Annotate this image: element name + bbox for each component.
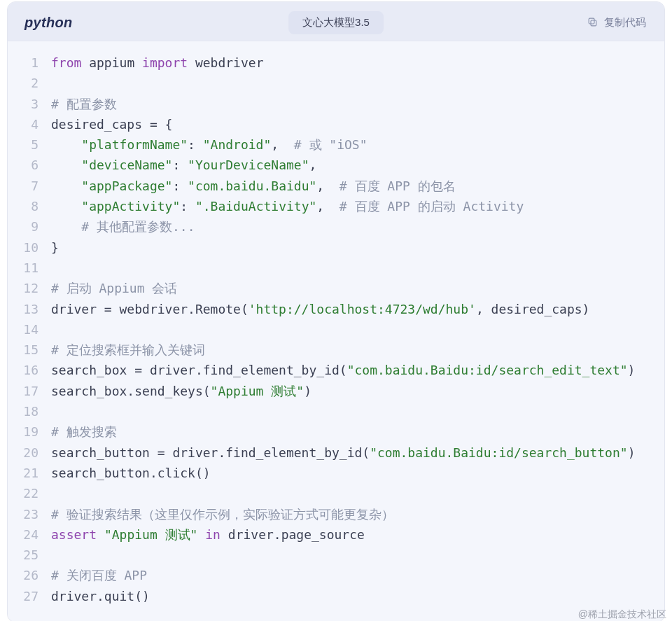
line-content: "platformName": "Android", # 或 "iOS" <box>51 134 664 155</box>
line-content: assert "Appium 测试" in driver.page_source <box>51 524 664 545</box>
line-content: "deviceName": "YourDeviceName", <box>51 155 664 175</box>
line-number: 8 <box>8 196 51 216</box>
line-content: # 关闭百度 APP <box>51 565 664 585</box>
line-number: 21 <box>8 463 51 483</box>
code-line: 25 <box>8 545 664 565</box>
line-number: 22 <box>8 483 51 503</box>
code-line: 7 "appPackage": "com.baidu.Baidu", # 百度 … <box>8 176 664 196</box>
line-number: 1 <box>8 53 51 73</box>
line-content <box>51 73 664 93</box>
svg-rect-1 <box>589 18 594 24</box>
line-number: 14 <box>8 319 51 340</box>
line-content: search_box.send_keys("Appium 测试") <box>51 381 664 401</box>
line-number: 4 <box>8 114 51 134</box>
line-content: driver.quit() <box>51 586 664 606</box>
line-number: 2 <box>8 73 51 93</box>
code-header: python 文心大模型3.5 复制代码 <box>8 2 664 41</box>
code-line: 3# 配置参数 <box>8 94 664 114</box>
code-line: 13driver = webdriver.Remote('http://loca… <box>8 299 664 319</box>
code-line: 26# 关闭百度 APP <box>8 565 664 585</box>
model-chip[interactable]: 文心大模型3.5 <box>288 11 384 34</box>
code-line: 14 <box>8 319 664 340</box>
code-line: 18 <box>8 401 664 421</box>
line-number: 26 <box>8 565 51 585</box>
line-content: # 配置参数 <box>51 94 664 114</box>
code-card: python 文心大模型3.5 复制代码 1from appium import… <box>7 1 665 621</box>
line-content: # 其他配置参数... <box>51 216 664 237</box>
line-content <box>51 401 664 421</box>
svg-rect-0 <box>591 20 596 26</box>
line-number: 12 <box>8 278 51 298</box>
code-line: 21search_button.click() <box>8 463 664 483</box>
line-number: 15 <box>8 340 51 360</box>
copy-icon <box>587 16 598 30</box>
code-line: 12# 启动 Appium 会话 <box>8 278 664 298</box>
code-line: 23# 验证搜索结果（这里仅作示例，实际验证方式可能更复杂） <box>8 504 664 524</box>
line-number: 24 <box>8 524 51 545</box>
line-number: 6 <box>8 155 51 175</box>
line-content: driver = webdriver.Remote('http://localh… <box>51 299 664 319</box>
line-number: 20 <box>8 442 51 463</box>
line-content <box>51 258 664 278</box>
line-number: 25 <box>8 545 51 565</box>
line-content <box>51 319 664 340</box>
line-content: # 触发搜索 <box>51 421 664 442</box>
language-label: python <box>24 15 72 31</box>
line-number: 13 <box>8 299 51 319</box>
line-content: "appActivity": ".BaiduActivity", # 百度 AP… <box>51 196 664 216</box>
line-number: 3 <box>8 94 51 114</box>
code-line: 11 <box>8 258 664 278</box>
code-line: 4desired_caps = { <box>8 114 664 134</box>
code-line: 20search_button = driver.find_element_by… <box>8 442 664 463</box>
code-line: 15# 定位搜索框并输入关键词 <box>8 340 664 360</box>
line-content: desired_caps = { <box>51 114 664 134</box>
line-number: 9 <box>8 216 51 237</box>
line-number: 5 <box>8 134 51 155</box>
line-number: 11 <box>8 258 51 278</box>
line-number: 18 <box>8 401 51 421</box>
code-line: 5 "platformName": "Android", # 或 "iOS" <box>8 134 664 155</box>
line-number: 23 <box>8 504 51 524</box>
code-line: 19# 触发搜索 <box>8 421 664 442</box>
code-line: 16search_box = driver.find_element_by_id… <box>8 360 664 380</box>
page-wrap: python 文心大模型3.5 复制代码 1from appium import… <box>0 0 672 621</box>
code-line: 10} <box>8 237 664 258</box>
line-number: 10 <box>8 237 51 258</box>
code-line: 2 <box>8 73 664 93</box>
line-number: 27 <box>8 586 51 606</box>
line-number: 7 <box>8 176 51 196</box>
line-content <box>51 545 664 565</box>
code-line: 1from appium import webdriver <box>8 53 664 73</box>
line-number: 17 <box>8 381 51 401</box>
code-area[interactable]: 1from appium import webdriver2 3# 配置参数4d… <box>8 41 664 621</box>
copy-label: 复制代码 <box>604 16 646 29</box>
code-line: 6 "deviceName": "YourDeviceName", <box>8 155 664 175</box>
line-content: # 验证搜索结果（这里仅作示例，实际验证方式可能更复杂） <box>51 504 664 524</box>
code-line: 27driver.quit() <box>8 586 664 606</box>
line-content: # 定位搜索框并输入关键词 <box>51 340 664 360</box>
copy-button[interactable]: 复制代码 <box>587 16 646 30</box>
line-content <box>51 483 664 503</box>
line-content: "appPackage": "com.baidu.Baidu", # 百度 AP… <box>51 176 664 196</box>
code-line: 24assert "Appium 测试" in driver.page_sour… <box>8 524 664 545</box>
line-content: search_button.click() <box>51 463 664 483</box>
line-number: 16 <box>8 360 51 380</box>
line-content: search_button = driver.find_element_by_i… <box>51 442 664 463</box>
line-content: search_box = driver.find_element_by_id("… <box>51 360 664 380</box>
code-line: 8 "appActivity": ".BaiduActivity", # 百度 … <box>8 196 664 216</box>
line-content: } <box>51 237 664 258</box>
watermark: @稀土掘金技术社区 <box>578 608 666 621</box>
line-content: from appium import webdriver <box>51 53 664 73</box>
line-content: # 启动 Appium 会话 <box>51 278 664 298</box>
code-line: 22 <box>8 483 664 503</box>
code-line: 9 # 其他配置参数... <box>8 216 664 237</box>
line-number: 19 <box>8 421 51 442</box>
code-line: 17search_box.send_keys("Appium 测试") <box>8 381 664 401</box>
